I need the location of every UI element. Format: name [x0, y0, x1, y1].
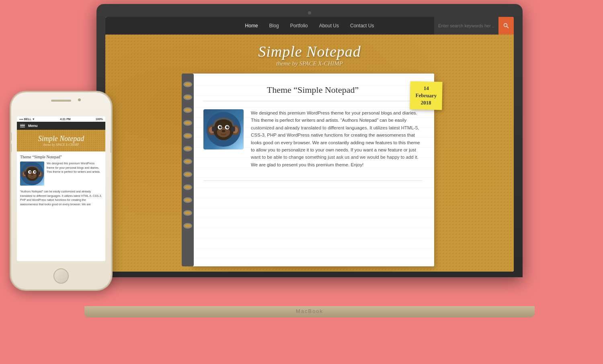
- svg-point-14: [228, 127, 228, 127]
- post-content-area: We designed this premium WordPress theme…: [203, 109, 422, 168]
- hamburger-line: [20, 127, 25, 128]
- notepad-page: 14 February 2018 Theme “Simple Notepad”: [191, 74, 434, 266]
- macbook-screen: Home Blog Portfolio About Us Contact Us: [105, 17, 514, 272]
- search-input[interactable]: [434, 17, 498, 35]
- nav-about[interactable]: About Us: [314, 17, 345, 35]
- iphone-battery: 100%: [96, 118, 103, 121]
- svg-point-31: [31, 174, 33, 176]
- svg-point-16: [222, 130, 224, 131]
- svg-point-29: [29, 171, 31, 173]
- iphone-device: •••• BELL ▼ 4:21 PM 100% Menu Simple Not…: [11, 92, 111, 289]
- svg-point-0: [504, 24, 507, 27]
- nav-links: Home Blog Portfolio About Us Contact Us: [240, 17, 380, 35]
- nav-portfolio[interactable]: Portfolio: [285, 17, 314, 35]
- iphone-speaker: [51, 100, 71, 102]
- post-thumbnail: [203, 109, 244, 149]
- spiral-loop: [183, 133, 192, 139]
- notepad-lines: [191, 74, 434, 266]
- site-title: Simple Notepad: [258, 43, 361, 60]
- iphone-home-button[interactable]: [53, 268, 69, 284]
- spiral-loop: [183, 197, 192, 203]
- site-subtitle: theme by SPACE X-CHIMP: [258, 60, 361, 67]
- post-title: Theme “Simple Notepad”: [203, 85, 422, 95]
- iphone-post-more: “Authors Notepad” can be easily customiz…: [20, 188, 102, 207]
- iphone-menu-bar[interactable]: Menu: [17, 122, 105, 130]
- iphone-site-subtitle: theme by SPACE X-CHIMP: [20, 143, 102, 147]
- notepad-container: 14 February 2018 Theme “Simple Notepad”: [185, 74, 434, 266]
- svg-point-17: [224, 130, 225, 131]
- site-title-area: Simple Notepad theme by SPACE X-CHIMP: [258, 43, 361, 67]
- spiral-loop: [183, 184, 192, 190]
- iphone-post-text-short: We designed this premium WordPress theme…: [47, 162, 102, 186]
- corkboard-area: Simple Notepad theme by SPACE X-CHIMP: [105, 35, 514, 272]
- iphone-vol-down-button[interactable]: [11, 144, 12, 152]
- nav-search-area: [434, 17, 514, 35]
- iphone-carrier: •••• BELL ▼: [19, 118, 35, 121]
- post-divider: [203, 101, 422, 101]
- spiral-loop: [183, 223, 192, 229]
- svg-point-13: [220, 127, 221, 127]
- iphone-site-title: Simple Notepad: [20, 135, 102, 143]
- hamburger-line: [20, 124, 25, 125]
- spiral-loop: [183, 82, 192, 87]
- iphone-screen: •••• BELL ▼ 4:21 PM 100% Menu Simple Not…: [17, 117, 105, 261]
- iphone-post-title: Theme “Simple Notepad”: [20, 155, 102, 159]
- svg-rect-19: [232, 127, 235, 132]
- macbook-label: MacBook: [296, 308, 323, 314]
- hamburger-line: [20, 125, 25, 126]
- nav-home[interactable]: Home: [240, 17, 264, 35]
- menu-label: Menu: [28, 124, 38, 128]
- post-divider-bottom: [203, 180, 422, 181]
- nav-blog[interactable]: Blog: [264, 17, 285, 35]
- svg-rect-18: [212, 127, 215, 132]
- iphone-side-button[interactable]: [111, 141, 111, 153]
- search-icon: [503, 23, 509, 29]
- svg-point-30: [34, 171, 36, 173]
- iphone-body: •••• BELL ▼ 4:21 PM 100% Menu Simple Not…: [11, 92, 111, 289]
- hamburger-icon: [20, 124, 25, 128]
- iphone-monkey-svg: [20, 162, 44, 186]
- search-button[interactable]: [498, 17, 514, 35]
- macbook-body: Home Blog Portfolio About Us Contact Us: [96, 4, 523, 277]
- nav-contact[interactable]: Contact Us: [345, 17, 379, 35]
- iphone-camera: [78, 98, 81, 101]
- svg-point-11: [219, 126, 222, 128]
- iphone-cork-header: Simple Notepad theme by SPACE X-CHIMP: [17, 130, 105, 151]
- monkey-illustration: [203, 109, 244, 149]
- iphone-post-row: We designed this premium WordPress theme…: [20, 162, 102, 186]
- post-body: We designed this premium WordPress theme…: [251, 109, 422, 168]
- spiral-loop: [183, 107, 192, 113]
- iphone-status-bar: •••• BELL ▼ 4:21 PM 100%: [17, 117, 105, 122]
- monkey-svg: [205, 111, 242, 147]
- svg-rect-33: [38, 172, 40, 175]
- macbook-device: Home Blog Portfolio About Us Contact Us: [96, 4, 523, 317]
- svg-line-1: [507, 27, 509, 28]
- iphone-time: 4:21 PM: [60, 118, 70, 121]
- spiral-bar: [182, 74, 194, 266]
- spiral-loop: [183, 146, 192, 151]
- spiral-loop: [183, 120, 192, 126]
- iphone-vol-up-button[interactable]: [11, 133, 12, 141]
- svg-rect-32: [24, 172, 27, 175]
- spiral-loop: [183, 94, 192, 100]
- svg-point-15: [222, 130, 226, 132]
- sticky-note: 14 February 2018: [410, 81, 442, 110]
- site-nav: Home Blog Portfolio About Us Contact Us: [105, 17, 514, 35]
- spiral-loop: [183, 172, 192, 177]
- spiral-loop: [183, 210, 192, 216]
- macbook-base: MacBook: [84, 306, 535, 317]
- spiral-loop: [183, 159, 192, 164]
- svg-point-12: [226, 126, 229, 128]
- macbook-camera: [308, 11, 311, 14]
- iphone-post-thumbnail: [20, 162, 44, 186]
- iphone-post-area: Theme “Simple Notepad”: [17, 151, 105, 210]
